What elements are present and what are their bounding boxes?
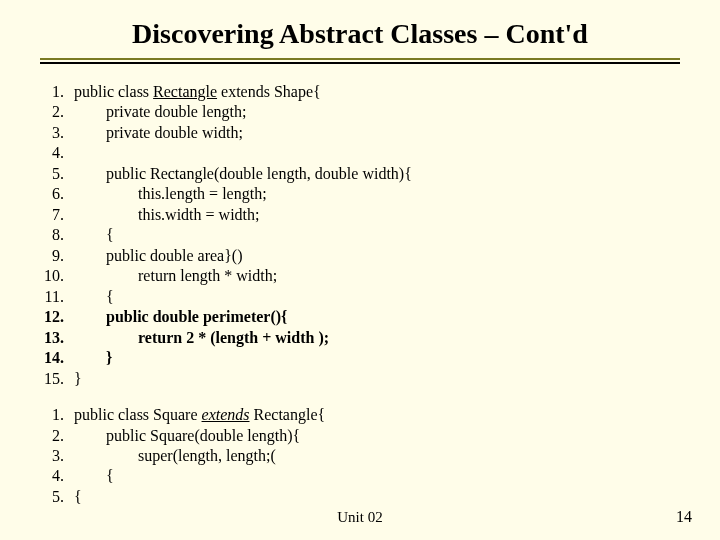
- code-line: 12. public double perimeter(){: [40, 307, 680, 327]
- footer-page-number: 14: [676, 508, 692, 526]
- line-number: 2.: [40, 426, 74, 446]
- line-number: 8.: [40, 225, 74, 245]
- line-number: 2.: [40, 102, 74, 122]
- code-text: {: [74, 225, 680, 245]
- code-text: {: [74, 466, 680, 486]
- line-number: 9.: [40, 246, 74, 266]
- line-number: 11.: [40, 287, 74, 307]
- code-text: return 2 * (length + width );: [74, 328, 680, 348]
- code-text: }: [74, 348, 680, 368]
- code-line: 9. public double area}(): [40, 246, 680, 266]
- code-text: return length * width;: [74, 266, 680, 286]
- code-line: 3. super(length, length;(: [40, 446, 680, 466]
- code-line: 11. {: [40, 287, 680, 307]
- code-line: 6. this.length = length;: [40, 184, 680, 204]
- code-line: 13. return 2 * (length + width );: [40, 328, 680, 348]
- code-line: 4. {: [40, 466, 680, 486]
- code-text: public Rectangle(double length, double w…: [74, 164, 680, 184]
- code-text: {: [74, 487, 680, 507]
- line-number: 4.: [40, 143, 74, 163]
- code-line: 5. public Rectangle(double length, doubl…: [40, 164, 680, 184]
- code-text: public class Rectangle extends Shape{: [74, 82, 680, 102]
- code-line: 4.: [40, 143, 680, 163]
- code-text: public class Square extends Rectangle{: [74, 405, 680, 425]
- code-text: public double perimeter(){: [74, 307, 680, 327]
- code-block-square: 1.public class Square extends Rectangle{…: [40, 405, 680, 507]
- code-line: 5.{: [40, 487, 680, 507]
- code-line: 2. public Square(double length){: [40, 426, 680, 446]
- code-line: 7. this.width = width;: [40, 205, 680, 225]
- slide-content: 1.public class Rectangle extends Shape{2…: [0, 64, 720, 507]
- footer-unit: Unit 02: [0, 509, 720, 526]
- line-number: 1.: [40, 82, 74, 102]
- code-text: this.width = width;: [74, 205, 680, 225]
- code-line: 8. {: [40, 225, 680, 245]
- divider-olive: [40, 58, 680, 60]
- code-line: 1.public class Square extends Rectangle{: [40, 405, 680, 425]
- code-line: 14. }: [40, 348, 680, 368]
- code-text: this.length = length;: [74, 184, 680, 204]
- line-number: 10.: [40, 266, 74, 286]
- line-number: 3.: [40, 446, 74, 466]
- code-line: 1.public class Rectangle extends Shape{: [40, 82, 680, 102]
- line-number: 5.: [40, 164, 74, 184]
- slide-title: Discovering Abstract Classes – Cont'd: [40, 18, 680, 50]
- code-text: public double area}(): [74, 246, 680, 266]
- code-text: private double length;: [74, 102, 680, 122]
- code-text: {: [74, 287, 680, 307]
- line-number: 14.: [40, 348, 74, 368]
- code-text: public Square(double length){: [74, 426, 680, 446]
- line-number: 15.: [40, 369, 74, 389]
- line-number: 3.: [40, 123, 74, 143]
- code-line: 15.}: [40, 369, 680, 389]
- line-number: 7.: [40, 205, 74, 225]
- code-text: private double width;: [74, 123, 680, 143]
- code-line: 10. return length * width;: [40, 266, 680, 286]
- line-number: 1.: [40, 405, 74, 425]
- line-number: 6.: [40, 184, 74, 204]
- code-text: }: [74, 369, 680, 389]
- line-number: 13.: [40, 328, 74, 348]
- code-text: super(length, length;(: [74, 446, 680, 466]
- line-number: 5.: [40, 487, 74, 507]
- code-line: 3. private double width;: [40, 123, 680, 143]
- line-number: 12.: [40, 307, 74, 327]
- code-line: 2. private double length;: [40, 102, 680, 122]
- line-number: 4.: [40, 466, 74, 486]
- code-block-rectangle: 1.public class Rectangle extends Shape{2…: [40, 82, 680, 389]
